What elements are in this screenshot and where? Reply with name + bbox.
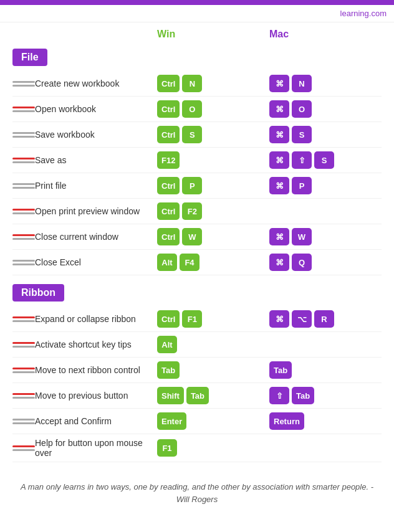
row-label: Open workbook (35, 104, 157, 114)
ribbon-rows: Expand or collapse ribbonCtrlF1⌘⌥RActiva… (12, 306, 382, 462)
win-keys-col: CtrlF1 (157, 310, 269, 328)
mac-keys-col: ⇧Tab (269, 387, 382, 404)
row-label: Activate shortcut key tips (35, 340, 157, 349)
key-f12-green: F12 (157, 151, 180, 169)
col-mac-header: Mac (269, 29, 382, 40)
key--purple: ⌘ (269, 151, 289, 169)
ribbon-section-header: Ribbon (12, 284, 64, 302)
win-keys-col: Alt (157, 336, 269, 353)
icon-bar-bottom (12, 264, 35, 265)
key--purple: ⌘ (269, 126, 289, 143)
table-row: Open workbookCtrlO⌘O (12, 97, 382, 122)
icon-bar-bottom (12, 346, 35, 348)
key-enter-green: Enter (157, 412, 186, 430)
row-label: Close Excel (35, 257, 157, 267)
row-icon (12, 368, 35, 373)
icon-bar-bottom (12, 212, 35, 214)
mac-keys-col: ⌘⇧S (269, 151, 382, 169)
row-label: Move to next ribbon control (35, 365, 157, 375)
row-label: Save workbook (35, 130, 157, 140)
key--purple: ⇧ (292, 151, 312, 169)
table-row: Move to previous buttonShiftTab⇧Tab (12, 383, 382, 409)
table-row: Move to next ribbon controlTabTab (12, 358, 382, 383)
key-w-green: W (182, 228, 202, 245)
icon-bar-top (12, 158, 35, 159)
row-icon (12, 183, 35, 189)
table-row: Open print preview windowCtrlF2 (12, 199, 382, 224)
mac-keys-col: ⌘N (269, 75, 382, 92)
win-keys-col: CtrlO (157, 100, 269, 118)
key--purple: ⌥ (292, 310, 312, 328)
icon-bar-bottom (12, 422, 35, 424)
icon-bar-bottom (12, 161, 35, 163)
icon-bar-top (12, 132, 35, 134)
row-label: Save as (35, 155, 157, 165)
key-ctrl-green: Ctrl (157, 310, 180, 328)
logo-bar: learning.com (0, 5, 394, 22)
key--purple: ⌘ (269, 100, 289, 118)
row-label: Print file (35, 181, 157, 191)
icon-bar-top (12, 342, 35, 344)
row-icon (12, 132, 35, 138)
win-keys-col: F1 (157, 439, 269, 457)
row-label: Expand or collapse ribbon (35, 314, 157, 324)
table-row: Activate shortcut key tipsAlt (12, 332, 382, 358)
key-o-purple: O (292, 100, 312, 118)
row-label: Create new workbook (35, 78, 157, 88)
row-icon (12, 209, 35, 214)
row-icon (12, 107, 35, 112)
win-keys-col: CtrlP (157, 177, 269, 194)
key-n-green: N (182, 75, 202, 92)
mac-keys-col: ⌘Q (269, 254, 382, 271)
win-keys-col: CtrlF2 (157, 202, 269, 220)
mac-keys-col: ⌘P (269, 177, 382, 194)
icon-bar-top (12, 81, 35, 83)
icon-bar-bottom (12, 187, 35, 189)
key--purple: ⌘ (269, 228, 289, 245)
table-row: Close current windowCtrlW⌘W (12, 224, 382, 250)
logo-text: learning.com (340, 9, 387, 18)
icon-bar-top (12, 368, 35, 369)
key--purple: ⌘ (269, 177, 289, 194)
key-f2-green: F2 (182, 202, 202, 220)
key-shift-green: Shift (157, 387, 184, 404)
icon-bar-bottom (12, 397, 35, 399)
row-label: Accept and Confirm (35, 416, 157, 426)
key-n-purple: N (292, 75, 312, 92)
win-keys-col: F12 (157, 151, 269, 169)
row-label: Open print preview window (35, 206, 157, 216)
key--purple: ⌘ (269, 310, 289, 328)
row-icon (12, 234, 35, 240)
win-keys-col: Enter (157, 412, 269, 430)
key-o-green: O (182, 100, 202, 118)
key-s-purple: S (314, 151, 334, 169)
key-p-green: P (182, 177, 202, 194)
icon-bar-top (12, 393, 35, 395)
key-alt-green: Alt (157, 254, 177, 271)
table-row: Close ExcelAltF4⌘Q (12, 250, 382, 275)
row-icon (12, 81, 35, 87)
key-ctrl-green: Ctrl (157, 126, 180, 143)
main-container: Win Mac File Create new workbookCtrlN⌘NO… (0, 22, 394, 524)
win-keys-col: CtrlS (157, 126, 269, 143)
key-tab-green: Tab (157, 361, 180, 379)
icon-bar-bottom (12, 136, 35, 138)
table-row: Accept and ConfirmEnterReturn (12, 409, 382, 434)
icon-bar-top (12, 316, 35, 318)
win-keys-col: CtrlN (157, 75, 269, 92)
icon-bar-bottom (12, 320, 35, 322)
icon-bar-bottom (12, 238, 35, 240)
key-f1-green: F1 (182, 310, 202, 328)
table-row: Expand or collapse ribbonCtrlF1⌘⌥R (12, 306, 382, 332)
row-icon (12, 445, 35, 451)
mac-keys-col: ⌘⌥R (269, 310, 382, 328)
row-icon (12, 419, 35, 424)
file-rows: Create new workbookCtrlN⌘NOpen workbookC… (12, 71, 382, 275)
row-icon (12, 260, 35, 265)
key-s-purple: S (292, 126, 312, 143)
top-purple-bar (0, 0, 394, 5)
key-tab-purple: Tab (292, 387, 314, 404)
key-tab-purple: Tab (269, 361, 292, 379)
icon-bar-top (12, 419, 35, 420)
key-ctrl-green: Ctrl (157, 100, 180, 118)
